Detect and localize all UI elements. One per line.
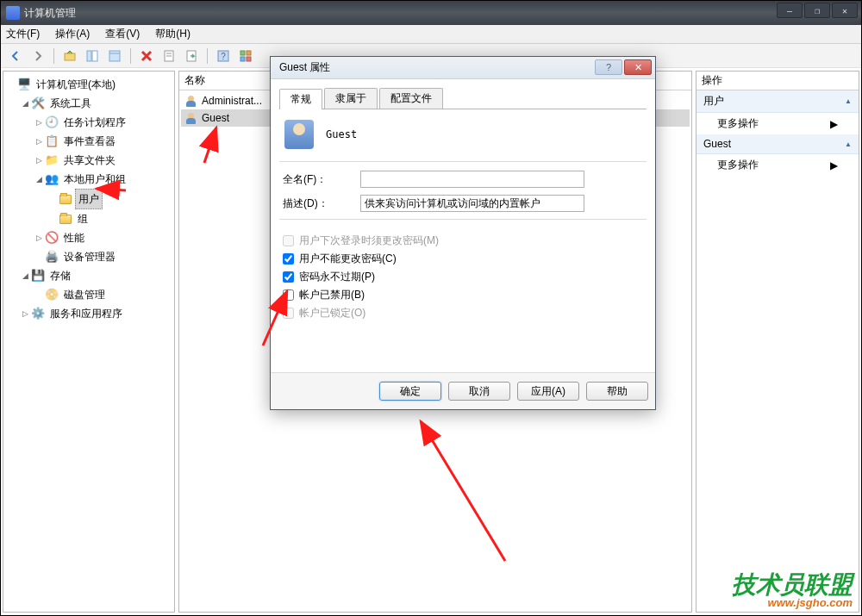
back-button[interactable]: [6, 47, 25, 65]
computer-icon: 🖥️: [17, 78, 31, 91]
apply-button[interactable]: 应用(A): [517, 382, 579, 401]
tree-storage[interactable]: ◢ 💾 存储 📀 磁盘管理: [21, 266, 172, 304]
shared-folder-icon: 📁: [45, 153, 59, 167]
checkbox-cannot-change-pw[interactable]: [283, 253, 294, 264]
checkbox-account-disabled[interactable]: [283, 289, 294, 301]
delete-button[interactable]: [137, 47, 156, 65]
collapse-icon[interactable]: ▲: [845, 97, 852, 105]
tree-label-selected: 用户: [75, 189, 103, 209]
tree-services-apps[interactable]: ▷ ⚙️ 服务和应用程序: [21, 304, 172, 323]
menu-view[interactable]: 查看(V): [105, 27, 140, 41]
menu-help[interactable]: 帮助(H): [155, 27, 191, 41]
up-button[interactable]: [60, 47, 79, 65]
checkbox-account-locked: [283, 308, 294, 319]
tree-label: 组: [75, 209, 91, 228]
event-icon: 📋: [45, 134, 59, 148]
tab-general[interactable]: 常规: [279, 89, 322, 109]
refresh-button[interactable]: [159, 47, 178, 65]
tree-label: 本地用户和组: [61, 170, 128, 189]
tree-label: 事件查看器: [61, 132, 118, 151]
full-name-input[interactable]: [360, 171, 584, 188]
tree-device-manager[interactable]: 🖨️ 设备管理器: [34, 247, 172, 266]
dialog-close-button[interactable]: ✕: [624, 59, 652, 75]
account-icon: [284, 120, 314, 149]
tree-panel: 🖥️ 计算机管理(本地) ◢ 🛠️ 系统工具 ▷ 🕘 任务计划程序: [3, 71, 175, 613]
export-button[interactable]: [182, 47, 201, 65]
expander-icon[interactable]: ▷: [34, 229, 43, 246]
svg-rect-11: [240, 51, 245, 55]
check-cannot-change-pw[interactable]: 用户不能更改密码(C): [283, 252, 643, 266]
actions-group-users[interactable]: 用户 ▲: [696, 90, 859, 113]
collapse-icon[interactable]: ▲: [845, 140, 852, 148]
window-title: 计算机管理: [24, 6, 76, 21]
tree-event-viewer[interactable]: ▷ 📋 事件查看器: [34, 132, 172, 151]
minimize-button[interactable]: —: [777, 3, 803, 18]
svg-rect-3: [109, 51, 120, 61]
tree-users[interactable]: 用户: [48, 189, 172, 209]
dialog-titlebar[interactable]: Guest 属性 ? ✕: [271, 57, 655, 79]
actions-group-title: Guest: [703, 138, 731, 150]
tree-groups[interactable]: 组: [48, 209, 172, 228]
tab-member-of[interactable]: 隶属于: [324, 88, 378, 109]
description-input[interactable]: [360, 195, 584, 212]
show-hide-tree-button[interactable]: [83, 47, 102, 65]
toolbar-separator: [207, 48, 208, 64]
expander-icon[interactable]: ▷: [34, 133, 43, 150]
list-label: Guest: [202, 112, 229, 124]
expander-icon[interactable]: ▷: [34, 114, 43, 131]
tree-label: 服务和应用程序: [47, 304, 125, 323]
tree-root[interactable]: 🖥️ 计算机管理(本地) ◢ 🛠️ 系统工具 ▷ 🕘 任务计划程序: [7, 75, 172, 323]
ok-button[interactable]: 确定: [379, 382, 441, 401]
maximize-button[interactable]: ❐: [804, 3, 830, 18]
close-button[interactable]: ✕: [832, 3, 858, 18]
properties-toolbar-button[interactable]: [105, 47, 124, 65]
tree-shared-folders[interactable]: ▷ 📁 共享文件夹: [34, 151, 172, 170]
tree-root-label: 计算机管理(本地): [34, 75, 118, 94]
disk-icon: 📀: [45, 288, 59, 302]
separator: [279, 161, 646, 162]
dialog-help-button[interactable]: ?: [595, 59, 622, 75]
forward-button[interactable]: [28, 47, 47, 65]
user-icon: [184, 111, 198, 125]
dialog-title: Guest 属性: [279, 60, 330, 75]
expander-icon[interactable]: ◢: [21, 267, 29, 284]
check-account-disabled[interactable]: 帐户已禁用(B): [283, 288, 643, 302]
toolbar-separator: [130, 48, 131, 64]
expander-icon[interactable]: ◢: [21, 95, 29, 112]
clock-icon: 🕘: [45, 115, 59, 129]
tree-disk-management[interactable]: 📀 磁盘管理: [34, 285, 172, 304]
help-toolbar-button[interactable]: ?: [214, 47, 233, 65]
checkbox-pw-never-expires[interactable]: [283, 271, 294, 283]
tree-performance[interactable]: ▷ 🚫 性能: [34, 228, 172, 247]
cancel-button[interactable]: 取消: [448, 382, 510, 401]
check-pw-never-expires[interactable]: 密码永不过期(P): [283, 270, 643, 284]
svg-rect-13: [240, 57, 245, 61]
expander-icon[interactable]: ◢: [34, 171, 43, 188]
chevron-right-icon: ▶: [830, 118, 838, 130]
actions-panel: 操作 用户 ▲ 更多操作 ▶ Guest ▲ 更多操作 ▶: [696, 71, 859, 613]
folder-icon: [59, 192, 72, 206]
view-options-button[interactable]: [236, 47, 255, 65]
tree-task-scheduler[interactable]: ▷ 🕘 任务计划程序: [34, 113, 172, 132]
chevron-right-icon: ▶: [830, 159, 838, 171]
expander-icon[interactable]: ▷: [34, 152, 43, 169]
expander-icon[interactable]: ▷: [21, 305, 29, 322]
menu-action[interactable]: 操作(A): [55, 27, 90, 41]
users-icon: 👥: [45, 172, 59, 186]
actions-group-guest[interactable]: Guest ▲: [696, 134, 859, 154]
checkbox-must-change-pw: [283, 235, 294, 246]
performance-icon: 🚫: [45, 231, 59, 245]
tree-local-users-groups[interactable]: ◢ 👥 本地用户和组 用户: [34, 170, 172, 228]
account-name: Guest: [326, 128, 357, 140]
check-label: 密码永不过期(P): [299, 270, 375, 284]
tree-system-tools[interactable]: ◢ 🛠️ 系统工具 ▷ 🕘 任务计划程序 ▷: [21, 94, 172, 266]
menu-file[interactable]: 文件(F): [6, 27, 40, 41]
list-label: Administrat...: [202, 95, 262, 107]
dialog-footer: 确定 取消 应用(A) 帮助: [271, 372, 655, 409]
svg-rect-0: [65, 53, 75, 60]
actions-more-guest[interactable]: 更多操作 ▶: [696, 154, 859, 176]
help-button[interactable]: 帮助: [586, 382, 648, 401]
folder-icon: [59, 212, 72, 226]
tab-profile[interactable]: 配置文件: [379, 88, 443, 109]
actions-more-users[interactable]: 更多操作 ▶: [696, 113, 859, 134]
